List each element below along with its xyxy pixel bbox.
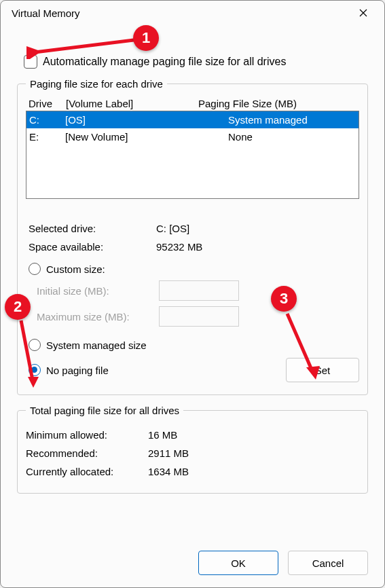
per-drive-legend: Paging file size for each drive: [26, 78, 167, 90]
cancel-button[interactable]: Cancel: [288, 551, 368, 575]
svg-line-2: [287, 314, 313, 373]
totals-group: Total paging file size for all drives Mi…: [17, 405, 368, 494]
annotation-arrow-2: [14, 317, 41, 392]
annotation-arrow-3: [280, 310, 328, 385]
min-allowed-label: Minimum allowed:: [26, 429, 148, 441]
space-available-value: 95232 MB: [156, 241, 202, 253]
svg-line-1: [21, 320, 33, 384]
drive-list-header: Drive [Volume Label] Paging File Size (M…: [26, 95, 359, 111]
drive-size: System managed: [228, 114, 357, 126]
annotation-arrow-1: [26, 33, 135, 59]
svg-line-0: [35, 40, 134, 52]
custom-size-label: Custom size:: [46, 263, 105, 275]
drive-size: None: [228, 131, 357, 143]
currently-allocated-value: 1634 MB: [148, 466, 189, 477]
custom-size-radio-row[interactable]: Custom size:: [29, 263, 359, 275]
space-available-label: Space available:: [29, 241, 156, 253]
drive-label: [OS]: [65, 114, 228, 126]
drive-letter: C:: [28, 114, 65, 126]
recommended-label: Recommended:: [26, 447, 148, 459]
custom-size-radio[interactable]: [29, 263, 41, 275]
close-icon: [359, 9, 367, 17]
maximum-size-label: Maximum size (MB):: [37, 311, 159, 323]
annotation-2: 2: [5, 294, 31, 320]
no-paging-label: No paging file: [46, 365, 109, 376]
drive-row-c[interactable]: C: [OS] System managed: [26, 111, 359, 128]
annotation-1: 1: [133, 25, 159, 51]
currently-allocated-label: Currently allocated:: [26, 466, 148, 477]
min-allowed-value: 16 MB: [148, 429, 177, 441]
system-managed-label: System managed size: [46, 339, 147, 351]
selected-drive-label: Selected drive:: [29, 223, 156, 234]
annotation-3: 3: [271, 286, 297, 312]
drive-row-e[interactable]: E: [New Volume] None: [26, 128, 359, 145]
drive-list[interactable]: C: [OS] System managed E: [New Volume] N…: [26, 111, 359, 199]
drive-letter: E:: [28, 131, 65, 143]
maximum-size-input: [159, 306, 239, 327]
drive-label: [New Volume]: [65, 131, 228, 143]
initial-size-label: Initial size (MB):: [37, 285, 159, 297]
dialog-buttons: OK Cancel: [198, 551, 368, 575]
col-label: [Volume Label]: [66, 98, 198, 109]
selected-info: Selected drive: C: [OS] Space available:…: [26, 219, 359, 256]
col-drive: Drive: [29, 98, 66, 109]
selected-drive-value: C: [OS]: [156, 223, 189, 234]
titlebar: Virtual Memory: [1, 1, 384, 25]
content-area: Automatically manage paging file size fo…: [1, 25, 384, 506]
totals-legend: Total paging file size for all drives: [26, 405, 183, 416]
window-title: Virtual Memory: [12, 7, 80, 19]
col-size: Paging File Size (MB): [198, 98, 356, 109]
initial-size-input: [159, 280, 239, 301]
recommended-value: 2911 MB: [148, 447, 189, 459]
close-button[interactable]: [348, 2, 379, 24]
ok-button[interactable]: OK: [198, 551, 278, 575]
virtual-memory-dialog: Virtual Memory Automatically manage pagi…: [0, 0, 385, 588]
